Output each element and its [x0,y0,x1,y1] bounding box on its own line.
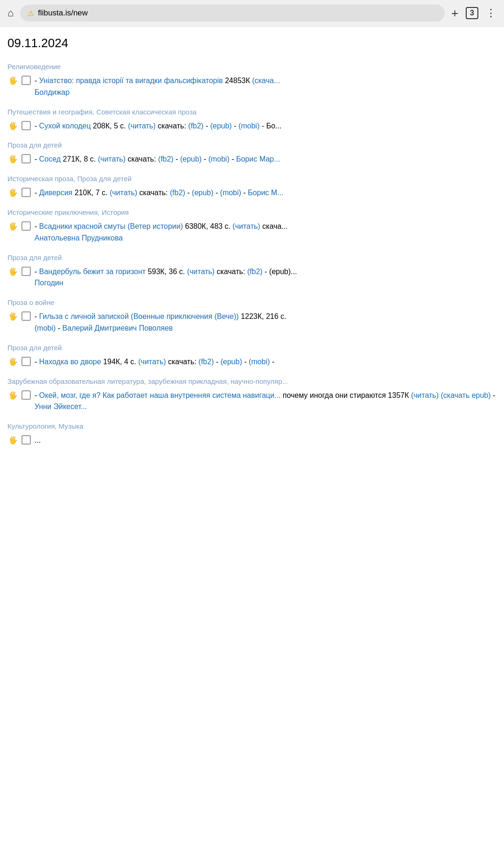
book-row: 🖐 - Сосед 271К, 8 с. (читать) скачать: (… [7,154,497,165]
fb2-link[interactable]: (fb2) [198,358,214,366]
book-info: ... [35,435,497,446]
book-section-8: Проза для детей 🖐 - Находка во дворе 194… [7,343,497,368]
read-link[interactable]: (читать) [110,189,137,197]
read-link[interactable]: (читать) [98,155,126,163]
book-icon: 🖐 [8,312,18,321]
book-row: 🖐 - Сухой колодец 208К, 5 с. (читать) ск… [7,120,497,132]
book-row: 🖐 - Гильза с личной запиской (Военные пр… [7,311,497,334]
mobi-link[interactable]: (mobi) [208,155,229,163]
read-link[interactable]: (читать) [138,358,166,366]
book-section-5: Исторические приключения, История 🖐 - Вс… [7,207,497,244]
fb2-link[interactable]: (fb2) [247,268,263,276]
book-info: - Гильза с личной запиской (Военные прик… [35,311,497,334]
book-section-1: Религиоведение 🖐 - Уніатство: правда іст… [7,62,497,99]
address-bar[interactable]: ⚠ flibusta.is/new [20,5,445,21]
book-icon: 🖐 [8,222,18,231]
book-series: (Военные приключения (Вече)) [131,312,238,320]
book-section-4: Историческая проза, Проза для детей 🖐 - … [7,174,497,199]
epub-link[interactable]: (epub) [192,189,213,197]
warning-icon: ⚠ [28,9,34,18]
book-icon: 🖐 [8,267,18,276]
book-row: 🖐 - Окей, мозг, где я? Как работает наша… [7,390,497,413]
book-row: 🖐 ... [7,435,497,446]
download-link[interactable]: (скача... [252,77,280,85]
book-info: - Окей, мозг, где я? Как работает наша в… [35,390,497,413]
book-title-link[interactable]: Уніатство: правда історії та вигадки фал… [39,77,223,85]
author-link[interactable]: Валерий Дмитриевич Поволяев [63,324,173,332]
book-icon: 🖐 [8,76,18,85]
author-link[interactable]: Болдижар [35,88,70,96]
read-link[interactable]: (читать) [232,222,260,230]
book-row: 🖐 - Вандербуль бежит за горизонт 593К, 3… [7,266,497,290]
read-link[interactable]: (читать) [128,122,155,130]
new-tab-button[interactable]: + [451,6,458,21]
book-checkbox[interactable] [21,357,31,366]
epub-link[interactable]: (epub) [180,155,202,163]
category-label: Проза для детей [7,253,497,262]
address-text: flibusta.is/new [38,8,88,18]
book-checkbox[interactable] [21,221,31,231]
book-icon: 🖐 [8,155,18,163]
fb2-link[interactable]: (fb2) [170,189,185,197]
epub-link[interactable]: (epub) [220,358,242,366]
author-link[interactable]: Анатольевна Прудникова [35,234,123,242]
book-checkbox[interactable] [21,435,31,445]
category-label: Проза для детей [7,140,497,150]
book-icon: 🖐 [8,391,18,400]
book-title-link[interactable]: Сосед [39,155,61,163]
author-link[interactable]: Борис М... [248,189,283,197]
browser-menu-button[interactable]: ⋮ [486,7,497,19]
book-checkbox[interactable] [21,76,31,85]
book-checkbox[interactable] [21,188,31,197]
mobi-link[interactable]: (mobi) [220,189,241,197]
book-section-2: Путешествия и география, Советская класс… [7,107,497,132]
page-content: 09.11.2024 Религиоведение 🖐 - Уніатство:… [0,27,504,464]
book-title-link[interactable]: Диверсия [39,189,73,197]
book-checkbox[interactable] [21,154,31,163]
book-checkbox[interactable] [21,267,31,276]
category-label: Культурология, Музыка [7,421,497,431]
book-section-3: Проза для детей 🖐 - Сосед 271К, 8 с. (чи… [7,140,497,165]
book-section-7: Проза о войне 🖐 - Гильза с личной записк… [7,297,497,334]
book-icon: 🖐 [8,188,18,197]
category-label: Исторические приключения, История [7,207,497,217]
fb2-link[interactable]: (fb2) [188,122,203,130]
book-section-9: Зарубежная образовательная литература, з… [7,376,497,413]
author-link[interactable]: Погодин [35,279,63,287]
category-label: Зарубежная образовательная литература, з… [7,376,497,386]
book-row: 🖐 - Уніатство: правда історії та вигадки… [7,75,497,99]
author-link[interactable]: Борис Мар... [236,155,280,163]
book-title-link[interactable]: Гильза с личной запиской [39,312,129,320]
browser-actions: + 3 ⋮ [451,6,497,21]
book-checkbox[interactable] [21,121,31,130]
author-link[interactable]: Унни Эйкесет... [35,403,87,410]
download-epub-link[interactable]: (скачать epub) [441,391,490,399]
mobi-link[interactable]: (mobi) [249,358,270,366]
book-icon: 🖐 [8,121,18,130]
mobi-link[interactable]: (mobi) [35,324,56,332]
read-link[interactable]: (читать) [411,391,439,399]
book-series: (Ветер истории) [127,222,183,230]
book-row: 🖐 - Находка во дворе 194К, 4 с. (читать)… [7,356,497,368]
book-title-link[interactable]: Сухой колодец [39,122,91,130]
read-link[interactable]: (читать) [187,268,215,276]
book-info: - Сухой колодец 208К, 5 с. (читать) скач… [35,120,497,132]
tab-count-button[interactable]: 3 [466,7,478,19]
book-checkbox[interactable] [21,311,31,321]
category-label: Проза для детей [7,343,497,353]
book-info: - Уніатство: правда історії та вигадки ф… [35,75,497,99]
book-row: 🖐 - Всадники красной смуты (Ветер истори… [7,221,497,244]
book-title-link[interactable]: Окей, мозг, где я? Как работает наша вну… [39,391,280,399]
book-title-link[interactable]: Всадники красной смуты [39,222,126,230]
book-info: - Находка во дворе 194К, 4 с. (читать) с… [35,356,497,368]
book-checkbox[interactable] [21,390,31,400]
mobi-link[interactable]: (mobi) [238,122,259,130]
home-button[interactable]: ⌂ [7,7,14,19]
book-info: - Вандербуль бежит за горизонт 593К, 36 … [35,266,497,290]
fb2-link[interactable]: (fb2) [158,155,174,163]
book-section-6: Проза для детей 🖐 - Вандербуль бежит за … [7,253,497,290]
book-icon: 🖐 [8,436,18,445]
book-title-link[interactable]: Вандербуль бежит за горизонт [39,268,146,276]
book-title-link[interactable]: Находка во дворе [39,358,101,366]
epub-link[interactable]: (epub) [210,122,231,130]
